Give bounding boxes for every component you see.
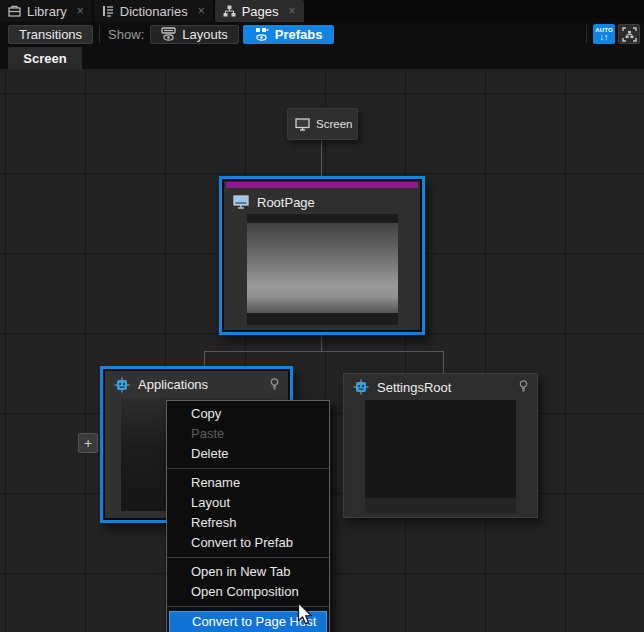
node-body: RootPage	[224, 181, 420, 330]
menu-separator	[167, 557, 329, 558]
toolbar-divider	[99, 25, 100, 43]
node-screen[interactable]: Screen	[287, 108, 358, 140]
show-label: Show:	[108, 27, 144, 42]
tab-library[interactable]: Library ×	[0, 0, 92, 22]
context-menu: Copy Paste Delete Rename Layout Refresh …	[166, 400, 330, 632]
node-thumbnail	[365, 400, 516, 513]
node-rootpage[interactable]: RootPage	[219, 176, 425, 335]
tab-label: Library	[27, 4, 67, 19]
tab-label: Pages	[242, 4, 279, 19]
page-accent-bar	[226, 182, 418, 188]
panel-tab-bar: Library × Dictionaries × Pages ×	[0, 0, 644, 22]
menu-item-refresh[interactable]: Refresh	[167, 513, 329, 533]
menu-separator	[167, 468, 329, 469]
hierarchy-icon	[223, 5, 236, 17]
toolbar-divider	[586, 25, 587, 43]
list-icon	[102, 5, 114, 17]
prefab-chip-icon	[353, 379, 369, 395]
connector-line	[204, 351, 205, 366]
node-label: Applications	[138, 377, 208, 392]
pages-toolbar: Transitions Show: Layouts Prefabs AUTO ↓…	[0, 22, 644, 46]
close-icon[interactable]: ×	[198, 5, 205, 17]
menu-item-delete[interactable]: Delete	[167, 444, 329, 464]
pages-editor-window: Library × Dictionaries × Pages × Transit…	[0, 0, 644, 632]
connector-line	[321, 335, 322, 351]
connector-line	[204, 351, 444, 352]
menu-item-open-composition[interactable]: Open Composition	[167, 582, 329, 602]
menu-item-copy[interactable]: Copy	[167, 404, 329, 424]
menu-item-layout[interactable]: Layout	[167, 493, 329, 513]
lightbulb-icon[interactable]	[519, 380, 528, 394]
prefabs-label: Prefabs	[275, 27, 323, 42]
prefabs-visibility-icon	[254, 27, 269, 41]
connector-line	[321, 140, 322, 176]
menu-item-rename[interactable]: Rename	[167, 473, 329, 493]
menu-item-convert-to-page-host[interactable]: Convert to Page Host	[169, 611, 327, 632]
tab-pages[interactable]: Pages ×	[215, 0, 304, 22]
transitions-button[interactable]: Transitions	[8, 25, 93, 44]
layouts-visibility-icon	[161, 27, 176, 41]
auto-arrange-button[interactable]: AUTO ↓↑	[593, 24, 615, 44]
menu-item-open-in-new-tab[interactable]: Open in New Tab	[167, 562, 329, 582]
layouts-toggle[interactable]: Layouts	[150, 25, 239, 44]
prefabs-toggle[interactable]: Prefabs	[243, 25, 334, 44]
toolbox-icon	[8, 5, 21, 17]
monitor-icon	[295, 118, 310, 131]
menu-separator	[167, 606, 329, 607]
auto-arrows-icon: ↓↑	[600, 33, 609, 42]
close-icon[interactable]: ×	[77, 5, 84, 17]
menu-item-paste: Paste	[167, 424, 329, 444]
node-label: SettingsRoot	[377, 380, 451, 395]
tab-dictionaries[interactable]: Dictionaries ×	[94, 0, 213, 22]
add-node-button[interactable]: +	[78, 433, 98, 453]
document-tab-bar: Screen	[0, 46, 644, 69]
prefab-chip-icon	[114, 377, 130, 393]
screen-document-tab[interactable]: Screen	[8, 47, 82, 69]
page-monitor-icon	[233, 195, 249, 209]
connector-line	[443, 351, 444, 373]
node-label: Screen	[316, 118, 352, 130]
fit-to-screen-icon	[622, 27, 637, 42]
graph-canvas[interactable]: Screen RootPage	[0, 69, 644, 632]
node-label: RootPage	[257, 195, 315, 210]
node-settingsroot[interactable]: SettingsRoot	[343, 373, 538, 518]
layouts-label: Layouts	[182, 27, 228, 42]
lightbulb-icon[interactable]	[270, 378, 279, 392]
fit-view-button[interactable]	[618, 24, 640, 44]
menu-item-convert-to-prefab[interactable]: Convert to Prefab	[167, 533, 329, 553]
close-icon[interactable]: ×	[289, 5, 296, 17]
tab-label: Dictionaries	[120, 4, 188, 19]
node-thumbnail	[247, 214, 398, 325]
